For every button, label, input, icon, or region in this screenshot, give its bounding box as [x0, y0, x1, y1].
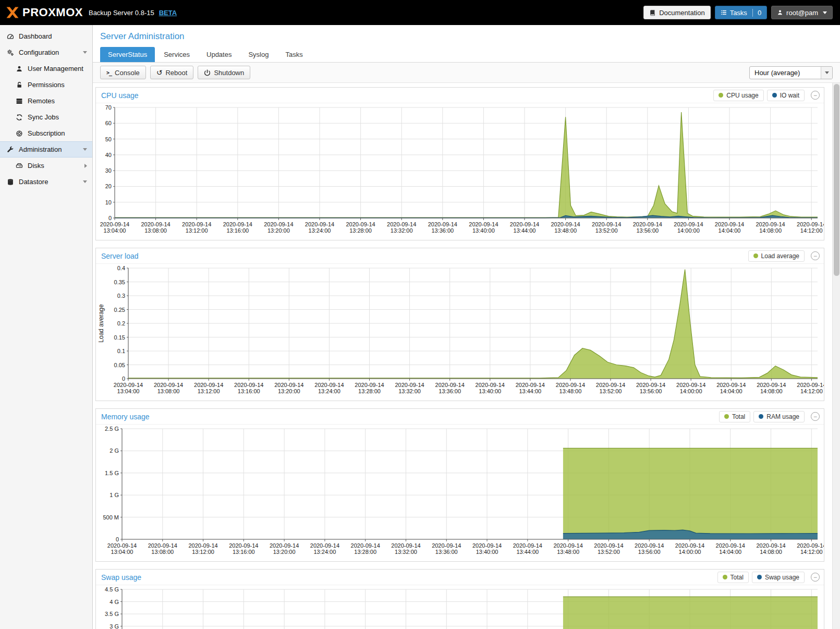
sidebar-item-sync-jobs[interactable]: Sync Jobs [0, 109, 92, 125]
server-icon [15, 98, 23, 105]
sidebar-item-label: User Management [28, 65, 83, 72]
chevron-down-icon [823, 11, 827, 14]
sidebar-item-label: Sync Jobs [28, 113, 59, 121]
svg-text:2020-09-1413:40:00: 2020-09-1413:40:00 [469, 221, 498, 234]
sidebar-item-permissions[interactable]: Permissions [0, 77, 92, 93]
svg-text:2020-09-1413:16:00: 2020-09-1413:16:00 [234, 382, 263, 394]
time-range-select[interactable]: Hour (average) [749, 66, 833, 79]
scrollbar-thumb[interactable] [834, 84, 839, 276]
legend-dot [772, 93, 777, 98]
legend-item: Total [719, 411, 750, 422]
shutdown-button[interactable]: Shutdown [198, 66, 250, 79]
sidebar-item-disks[interactable]: Disks [0, 158, 92, 174]
svg-text:2020-09-1413:04:00: 2020-09-1413:04:00 [107, 542, 137, 555]
svg-text:2020-09-1413:20:00: 2020-09-1413:20:00 [264, 221, 293, 234]
sidebar-item-configuration[interactable]: Configuration [0, 44, 92, 61]
sidebar-item-label: Configuration [19, 49, 59, 56]
tab-syslog[interactable]: Syslog [240, 47, 276, 62]
tab-serverstatus[interactable]: ServerStatus [100, 47, 155, 62]
legend-item: CPU usage [713, 90, 763, 101]
tab-bar: ServerStatusServicesUpdatesSyslogTasks [93, 47, 840, 63]
chevron-down-icon[interactable] [83, 180, 87, 183]
sidebar-item-label: Datastore [19, 178, 48, 186]
sidebar-item-datastore[interactable]: Datastore [0, 174, 92, 190]
reboot-arrow-icon: ↺ [156, 69, 163, 76]
chart-legend: Load average − [748, 250, 820, 262]
header-bar: PROXMOX Backup Server 0.8-15 BETA Docume… [0, 0, 840, 25]
tab-updates[interactable]: Updates [199, 47, 239, 62]
svg-text:2020-09-1413:32:00: 2020-09-1413:32:00 [391, 542, 420, 555]
sidebar-item-label: Administration [19, 146, 62, 153]
chevron-down-icon[interactable] [83, 148, 87, 151]
logo-text: PROXMOX [22, 6, 83, 19]
panel-title: Memory usage [101, 413, 719, 421]
chevron-down-icon[interactable] [821, 67, 832, 79]
tab-services[interactable]: Services [156, 47, 198, 62]
product-version: Backup Server 0.8-15 [89, 9, 154, 17]
panel-header: CPU usage CPU usage IO wait − [96, 88, 824, 103]
svg-text:0.35: 0.35 [114, 279, 125, 285]
svg-text:3.5 G: 3.5 G [105, 611, 119, 617]
svg-text:2020-09-1413:20:00: 2020-09-1413:20:00 [274, 382, 303, 394]
svg-text:2020-09-1413:20:00: 2020-09-1413:20:00 [270, 542, 299, 555]
panel-header: Server load Load average − [96, 248, 824, 264]
svg-text:2020-09-1413:12:00: 2020-09-1413:12:00 [194, 382, 223, 394]
svg-text:0.05: 0.05 [114, 362, 125, 368]
cpu-usage-chart: 0102030405060702020-09-1413:04:002020-09… [96, 103, 824, 240]
svg-text:2020-09-1413:24:00: 2020-09-1413:24:00 [314, 382, 344, 394]
legend-item: Swap usage [752, 572, 805, 583]
svg-text:0.3: 0.3 [117, 293, 125, 299]
collapse-panel-icon[interactable]: − [811, 412, 820, 421]
sidebar-item-remotes[interactable]: Remotes [0, 93, 92, 109]
vertical-scrollbar[interactable] [832, 83, 840, 629]
collapse-panel-icon[interactable]: − [811, 573, 820, 582]
memory-usage-chart: 0500 M1 G1.5 G2 G2.5 G2020-09-1413:04:00… [96, 425, 824, 561]
svg-text:2 G: 2 G [109, 447, 119, 454]
svg-text:2020-09-1413:56:00: 2020-09-1413:56:00 [636, 382, 665, 394]
beta-link[interactable]: BETA [159, 9, 177, 17]
svg-text:2020-09-1414:04:00: 2020-09-1414:04:00 [716, 382, 746, 394]
tab-tasks[interactable]: Tasks [277, 47, 310, 62]
toolbar: >_ Console ↺ Reboot Shutdown Hour (avera… [93, 63, 840, 83]
sidebar-item-administration[interactable]: Administration [0, 141, 92, 158]
svg-text:2020-09-1413:28:00: 2020-09-1413:28:00 [346, 221, 375, 234]
sidebar-item-label: Dashboard [19, 32, 52, 40]
svg-text:20: 20 [105, 183, 112, 189]
chevron-down-icon[interactable] [83, 51, 87, 54]
svg-text:0: 0 [122, 376, 125, 382]
svg-text:2020-09-1413:24:00: 2020-09-1413:24:00 [310, 542, 339, 555]
tasks-button[interactable]: Tasks 0 [715, 6, 767, 19]
user-menu-button[interactable]: root@pam [771, 6, 833, 19]
reboot-button[interactable]: ↺ Reboot [150, 66, 194, 79]
chart-legend: Total RAM usage − [719, 411, 820, 422]
svg-text:2020-09-1413:40:00: 2020-09-1413:40:00 [476, 382, 505, 394]
sidebar-item-dashboard[interactable]: Dashboard [0, 28, 92, 44]
documentation-button[interactable]: Documentation [643, 6, 710, 19]
cpu-usage-panel: CPU usage CPU usage IO wait − [95, 87, 824, 240]
svg-text:500 M: 500 M [103, 514, 119, 521]
life-ring-icon [15, 130, 23, 137]
svg-text:2020-09-1413:08:00: 2020-09-1413:08:00 [141, 221, 170, 234]
panel-title: Swap usage [101, 573, 717, 582]
user-icon [15, 65, 23, 72]
legend-item: Load average [748, 250, 805, 262]
svg-text:2020-09-1414:00:00: 2020-09-1414:00:00 [676, 382, 705, 394]
svg-text:2020-09-1413:32:00: 2020-09-1413:32:00 [387, 221, 416, 234]
chevron-right-icon[interactable] [84, 164, 87, 168]
hdd-icon [15, 162, 23, 170]
collapse-panel-icon[interactable]: − [811, 251, 820, 260]
console-button[interactable]: >_ Console [100, 66, 146, 79]
svg-text:2020-09-1414:08:00: 2020-09-1414:08:00 [757, 382, 786, 394]
svg-text:2020-09-1413:08:00: 2020-09-1413:08:00 [154, 382, 183, 394]
gears-icon [6, 49, 15, 56]
app-body: DashboardConfigurationUser ManagementPer… [0, 25, 840, 629]
panel-header: Memory usage Total RAM usage − [96, 409, 824, 425]
terminal-icon: >_ [106, 70, 112, 76]
proxmox-backup-app: PROXMOX Backup Server 0.8-15 BETA Docume… [0, 0, 840, 629]
svg-text:2020-09-1414:12:00: 2020-09-1414:12:00 [797, 382, 824, 394]
sidebar-item-user-management[interactable]: User Management [0, 61, 92, 77]
shutdown-label: Shutdown [214, 69, 244, 77]
svg-text:2020-09-1413:44:00: 2020-09-1413:44:00 [510, 221, 539, 234]
collapse-panel-icon[interactable]: − [811, 91, 820, 100]
sidebar-item-subscription[interactable]: Subscription [0, 125, 92, 141]
